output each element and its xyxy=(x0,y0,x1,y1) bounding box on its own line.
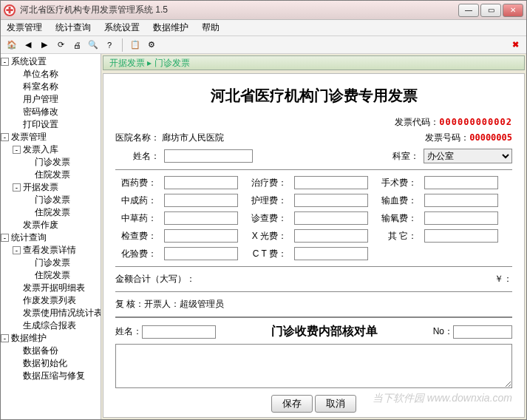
print-icon[interactable]: 🖨 xyxy=(70,38,84,52)
form-title: 河北省医疗机构门诊费专用发票 xyxy=(115,86,512,106)
home-icon[interactable]: 🏠 xyxy=(5,38,18,52)
menu-invoice[interactable]: 发票管理 xyxy=(7,21,42,34)
invoice-form: 河北省医疗机构门诊费专用发票 发票代码：000000000002 医院名称： 廊… xyxy=(103,73,525,418)
content-area: 开据发票 ▸ 门诊发票 河北省医疗机构门诊费专用发票 发票代码：00000000… xyxy=(101,54,526,419)
fee-input[interactable] xyxy=(294,176,368,189)
menu-data[interactable]: 数据维护 xyxy=(153,21,188,34)
fee-label: 中草药： xyxy=(115,212,157,225)
tree-item[interactable]: 发票开据明细表 xyxy=(1,282,101,294)
close-panel-icon[interactable]: ✖ xyxy=(509,38,522,52)
tree-toggle-icon[interactable]: - xyxy=(1,133,9,141)
fee-input[interactable] xyxy=(294,211,368,225)
menu-system[interactable]: 系统设置 xyxy=(104,21,140,34)
tree-toggle-icon[interactable]: - xyxy=(1,334,9,342)
tree-item-label: 数据备份 xyxy=(23,345,58,356)
forward-icon[interactable]: ▶ xyxy=(38,38,51,52)
help-icon[interactable]: ? xyxy=(103,38,116,52)
tree-item-label: 系统设置 xyxy=(11,56,47,67)
close-button[interactable]: ✕ xyxy=(503,4,523,17)
divider xyxy=(115,291,512,292)
tree-item-label: 用户管理 xyxy=(23,94,58,104)
section2-name-input[interactable] xyxy=(142,325,216,339)
fee-label: 西药费： xyxy=(115,177,157,189)
tree-toggle-icon[interactable]: - xyxy=(13,246,21,254)
tree-item[interactable]: 科室名称 xyxy=(1,81,101,93)
section2-name-label: 姓名： xyxy=(115,325,142,338)
breadcrumb: 开据发票 ▸ 门诊发票 xyxy=(103,55,525,70)
minimize-button[interactable]: — xyxy=(458,4,479,17)
menu-help[interactable]: 帮助 xyxy=(202,21,220,34)
tree-item[interactable]: 密码修改 xyxy=(1,106,101,118)
invoice-no-value: 00000005 xyxy=(469,132,512,143)
refresh-icon[interactable]: ⟳ xyxy=(54,38,67,52)
fee-input[interactable] xyxy=(294,194,368,207)
tree-item-label: 住院发票 xyxy=(35,270,70,280)
toolbar: 🏠 ◀ ▶ ⟳ 🖨 🔍 ? 📋 ⚙ ✖ xyxy=(1,36,526,54)
fee-input[interactable] xyxy=(294,229,368,243)
tree-item[interactable]: 作废发票列表 xyxy=(1,294,101,307)
fee-input[interactable] xyxy=(424,194,498,207)
fee-input[interactable] xyxy=(294,247,368,260)
name-label: 姓名： xyxy=(115,150,160,163)
tree-item[interactable]: 门诊发票 xyxy=(1,156,101,169)
find-icon[interactable]: 🔍 xyxy=(86,38,100,52)
tree-item[interactable]: -查看发票详情 xyxy=(1,244,101,257)
tree-item[interactable]: -数据维护 xyxy=(1,332,101,345)
tree-item[interactable]: -发票管理 xyxy=(1,131,101,143)
menu-stats[interactable]: 统计查询 xyxy=(55,21,91,34)
tree-item[interactable]: 发票作废 xyxy=(1,219,101,231)
section2-no-label: No： xyxy=(433,325,453,338)
fee-input[interactable] xyxy=(164,194,238,207)
tree-item-label: 作废发票列表 xyxy=(23,295,76,305)
tree-item-label: 生成综合报表 xyxy=(23,320,76,331)
tree-toggle-icon[interactable]: - xyxy=(13,146,21,154)
fee-input[interactable] xyxy=(164,247,238,260)
save-button[interactable]: 保存 xyxy=(271,395,313,413)
tree-item[interactable]: 生成综合报表 xyxy=(1,319,101,332)
section2-no-input[interactable] xyxy=(453,325,512,339)
tree-item[interactable]: 住院发票 xyxy=(1,206,101,219)
name-input[interactable] xyxy=(164,149,253,163)
cancel-button[interactable]: 取消 xyxy=(315,395,356,413)
tree-item[interactable]: -系统设置 xyxy=(1,55,101,68)
tree-toggle-icon[interactable]: - xyxy=(1,58,9,66)
back-icon[interactable]: ◀ xyxy=(21,38,35,52)
fee-input[interactable] xyxy=(164,229,238,243)
tree-item[interactable]: 打印设置 xyxy=(1,118,101,131)
fee-input[interactable] xyxy=(424,229,498,243)
tree-item-label: 查看发票详情 xyxy=(23,245,76,255)
tree-item[interactable]: 数据备份 xyxy=(1,345,101,357)
tree-item[interactable]: 住院发票 xyxy=(1,269,101,282)
menubar: 发票管理 统计查询 系统设置 数据维护 帮助 xyxy=(1,20,526,36)
tree-item[interactable]: 发票使用情况统计表 xyxy=(1,307,101,319)
tool-a-icon[interactable]: 📋 xyxy=(129,38,142,52)
divider-thick xyxy=(115,316,512,318)
maximize-button[interactable]: ▭ xyxy=(480,4,501,17)
tree-item[interactable]: 数据压缩与修复 xyxy=(1,370,101,382)
tree-item[interactable]: -发票入库 xyxy=(1,143,101,156)
fee-input[interactable] xyxy=(164,176,238,189)
tree-item-label: 发票入库 xyxy=(23,144,58,155)
fee-input[interactable] xyxy=(424,176,498,189)
tree-item[interactable]: -统计查询 xyxy=(1,231,101,244)
tool-b-icon[interactable]: ⚙ xyxy=(145,38,158,52)
fee-input[interactable] xyxy=(164,211,238,225)
tree-item-label: 统计查询 xyxy=(11,232,47,243)
tree-toggle-icon[interactable]: - xyxy=(13,183,21,192)
app-icon: ✚ xyxy=(4,4,16,16)
tree-item[interactable]: 用户管理 xyxy=(1,93,101,106)
issuer-label: 开票人： xyxy=(144,298,180,311)
tree-item[interactable]: 门诊发票 xyxy=(1,194,101,206)
tree-item-label: 发票开据明细表 xyxy=(23,282,85,293)
tree-item[interactable]: 单位名称 xyxy=(1,68,101,81)
tree-item-label: 门诊发票 xyxy=(35,157,70,167)
section2-textarea[interactable] xyxy=(115,344,512,388)
dept-select[interactable]: 办公室 xyxy=(424,149,512,163)
tree-item[interactable]: 数据初始化 xyxy=(1,357,101,370)
fee-input[interactable] xyxy=(424,211,498,225)
tree-item-label: 门诊发票 xyxy=(35,194,70,205)
tree-toggle-icon[interactable]: - xyxy=(1,234,9,242)
tree-item[interactable]: 住院发票 xyxy=(1,169,101,181)
tree-item[interactable]: 门诊发票 xyxy=(1,257,101,269)
tree-item[interactable]: -开据发票 xyxy=(1,181,101,194)
